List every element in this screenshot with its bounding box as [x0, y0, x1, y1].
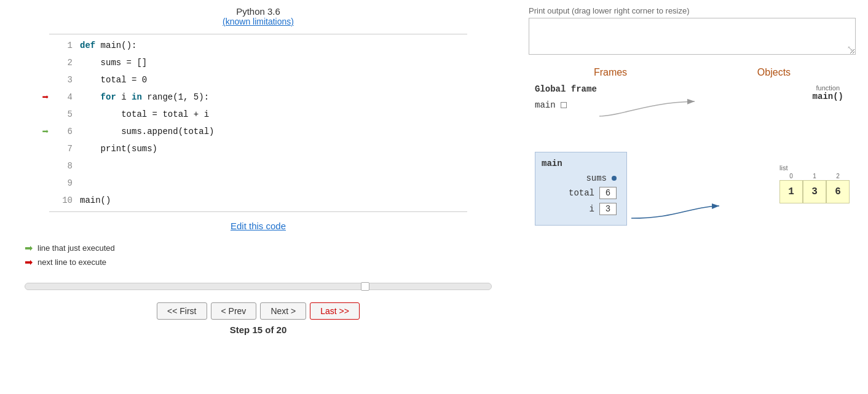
global-main-var-name: main — [535, 100, 556, 110]
arrow-9: ➡ — [37, 176, 54, 190]
list-index-0: 0 — [789, 173, 793, 179]
list-label-small: list — [779, 164, 850, 171]
first-button[interactable]: << First — [157, 302, 207, 320]
legend-red: ➡ next line to execute — [25, 256, 504, 268]
frames-objects-section: Frames Objects — [529, 67, 856, 256]
i-var-name: i — [590, 204, 594, 214]
function-name: main() — [813, 92, 843, 101]
frame-var-sums: sums — [542, 173, 617, 183]
sums-dot — [612, 176, 617, 181]
line-code-7: print(sums) — [80, 144, 157, 154]
global-frame-label: Global frame — [535, 84, 597, 94]
total-val-box: 6 — [599, 187, 617, 199]
list-object: list 0 1 1 3 2 6 — [779, 164, 850, 203]
arrow-6-green: ➡ — [37, 125, 54, 138]
line-code-4: for i in range(1, 5): — [80, 92, 209, 102]
code-area: ➡ 1 def main(): ➡ 2 sums = [] ➡ 3 total … — [37, 37, 479, 209]
code-line-5: ➡ 5 total = total + i — [37, 106, 479, 123]
arrow-4-red: ➡ — [37, 90, 54, 104]
line-num-2: 2 — [54, 58, 73, 68]
code-line-7: ➡ 7 print(sums) — [37, 140, 479, 157]
line-num-10: 10 — [54, 195, 73, 205]
legend-red-label: next line to execute — [37, 258, 106, 267]
python-version-title: Python 3.6 — [12, 6, 504, 17]
edit-link-container: Edit this code — [12, 221, 504, 231]
arrow-10: ➡ — [37, 194, 54, 207]
known-limitations-link[interactable]: (known limitations) — [223, 17, 294, 26]
global-frame-row: main — [535, 100, 597, 110]
step-info: Step 15 of 20 — [12, 325, 504, 335]
arrow-8: ➡ — [37, 159, 54, 173]
arrow-3: ➡ — [37, 73, 54, 87]
line-code-3: total = 0 — [80, 75, 147, 85]
line-num-6: 6 — [54, 127, 73, 136]
main-frame-box: main sums total 6 i 3 — [535, 152, 627, 226]
list-cell-0: 0 1 — [779, 173, 803, 203]
next-button[interactable]: Next > — [260, 302, 306, 320]
code-line-8: ➡ 8 — [37, 157, 479, 175]
legend: ➡ line that just executed ➡ next line to… — [25, 242, 504, 270]
code-line-6: ➡ 6 sums.append(total) — [37, 123, 479, 140]
line-num-1: 1 — [54, 41, 73, 50]
line-code-2: sums = [] — [80, 58, 147, 68]
code-line-3: ➡ 3 total = 0 — [37, 71, 479, 89]
code-line-2: ➡ 2 sums = [] — [37, 54, 479, 71]
right-panel: Print output (drag lower right corner to… — [516, 0, 868, 394]
code-line-9: ➡ 9 — [37, 175, 479, 192]
arrow-5: ➡ — [37, 108, 54, 121]
i-val-box: 3 — [599, 203, 617, 215]
line-code-5: total = total + i — [80, 109, 209, 119]
line-num-9: 9 — [54, 178, 73, 188]
arrow-1: ➡ — [37, 39, 54, 52]
list-cell-2: 2 6 — [826, 173, 850, 203]
function-box: function main() — [813, 84, 843, 101]
total-var-name: total — [569, 188, 594, 198]
line-num-5: 5 — [54, 109, 73, 119]
list-val-2: 6 — [826, 180, 850, 203]
print-output-label: Print output (drag lower right corner to… — [529, 6, 856, 15]
fo-header: Frames Objects — [529, 67, 856, 78]
resize-icon: ⤡ — [847, 44, 853, 53]
list-val-0: 1 — [779, 180, 803, 203]
line-num-8: 8 — [54, 161, 73, 171]
line-num-4: 4 — [54, 92, 73, 102]
line-num-7: 7 — [54, 144, 73, 154]
legend-green: ➡ line that just executed — [25, 242, 504, 254]
progress-slider[interactable] — [25, 283, 492, 290]
legend-green-arrow: ➡ — [25, 242, 33, 254]
main-frame-title: main — [542, 159, 617, 168]
frames-objects-body: Global frame main function main() main — [529, 84, 856, 256]
list-val-1: 3 — [803, 180, 826, 203]
bottom-divider — [49, 211, 467, 212]
objects-title: Objects — [757, 67, 791, 78]
left-panel: Python 3.6 (known limitations) ➡ 1 def m… — [0, 0, 516, 394]
line-code-10: main() — [80, 195, 111, 205]
legend-green-label: line that just executed — [37, 243, 115, 253]
line-code-6: sums.append(total) — [80, 127, 214, 136]
list-cell-1: 1 3 — [803, 173, 826, 203]
global-main-var-box — [561, 102, 567, 108]
list-cells: 0 1 1 3 2 6 — [779, 173, 850, 203]
sums-var-name: sums — [586, 173, 607, 183]
arrow-7: ➡ — [37, 142, 54, 156]
top-divider — [49, 34, 467, 34]
code-line-10: ➡ 10 main() — [37, 192, 479, 209]
code-header: Python 3.6 (known limitations) — [12, 6, 504, 26]
frames-title: Frames — [594, 67, 627, 78]
list-index-1: 1 — [813, 173, 816, 179]
function-label-small: function — [813, 84, 843, 92]
prev-button[interactable]: < Prev — [211, 302, 257, 320]
slider-thumb — [361, 282, 369, 291]
global-frame-area: Global frame main — [535, 84, 597, 110]
code-line-1: ➡ 1 def main(): — [37, 37, 479, 54]
edit-this-code-link[interactable]: Edit this code — [231, 221, 286, 231]
list-index-2: 2 — [836, 173, 840, 179]
arrow-2: ➡ — [37, 56, 54, 69]
line-num-3: 3 — [54, 75, 73, 85]
print-output-box[interactable]: ⤡ — [529, 18, 856, 55]
frame-var-total: total 6 — [542, 187, 617, 199]
code-line-4: ➡ 4 for i in range(1, 5): — [37, 89, 479, 106]
slider-area — [12, 283, 504, 290]
last-button[interactable]: Last >> — [310, 302, 360, 320]
line-code-1: def main(): — [80, 41, 136, 50]
